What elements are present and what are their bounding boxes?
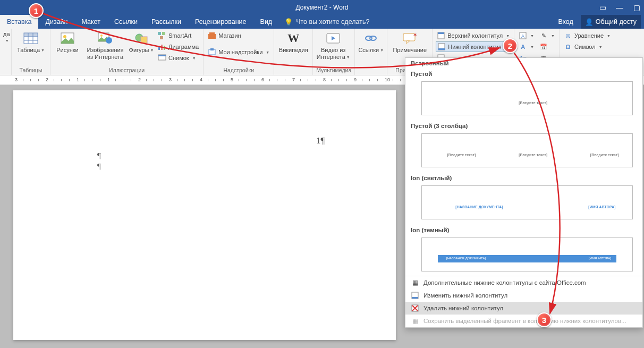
comment-button[interactable]: ✶ Примечание bbox=[391, 30, 429, 54]
tab-references[interactable]: Ссылки bbox=[107, 15, 145, 29]
group-links: Ссылки▼ bbox=[355, 29, 387, 75]
svg-rect-15 bbox=[160, 36, 163, 39]
group-label-tables: Таблицы bbox=[15, 67, 47, 74]
gallery-commands: ▦Дополнительные нижние колонтитулы с сай… bbox=[405, 276, 642, 327]
gallery-item-ion-light[interactable]: [НАЗВАНИЕ ДОКУМЕНТА] [ИМЯ АВТОРА] bbox=[421, 185, 633, 219]
gallery-item-blank[interactable]: [Введите текст] bbox=[421, 81, 633, 115]
link-icon bbox=[363, 31, 379, 46]
svg-rect-17 bbox=[161, 45, 163, 50]
pages-button[interactable]: да▼ bbox=[3, 30, 10, 43]
gallery-item-blank3[interactable]: [Введите текст] [Введите текст] [Введите… bbox=[421, 133, 633, 167]
addin-icon bbox=[208, 48, 216, 56]
tab-review[interactable]: Рецензирование bbox=[188, 15, 253, 29]
gallery-item-ion-dark[interactable]: [НАЗВАНИЕ ДОКУМЕНТА] [ИМЯ АВТОРА] bbox=[421, 237, 633, 271]
svg-text:A: A bbox=[521, 33, 524, 39]
svg-rect-5 bbox=[24, 33, 38, 37]
annotation-badge-2: 2 bbox=[503, 38, 518, 53]
maximize-icon[interactable]: ▢ bbox=[631, 3, 642, 12]
symbol-icon: Ω bbox=[564, 43, 572, 51]
store-button[interactable]: Магазин bbox=[207, 30, 270, 41]
svg-text:✶: ✶ bbox=[413, 32, 417, 38]
remove-footer-cmd[interactable]: Удалить нижний колонтитул bbox=[405, 302, 642, 315]
picture-icon bbox=[60, 31, 75, 46]
page[interactable]: 1¶ ¶ ¶ bbox=[13, 90, 396, 340]
paragraph-mark: ¶ bbox=[97, 162, 101, 171]
chart-button[interactable]: Диаграмма bbox=[157, 41, 200, 52]
minimize-icon[interactable]: — bbox=[614, 3, 625, 12]
svg-rect-33 bbox=[438, 32, 444, 34]
links-button[interactable]: Ссылки▼ bbox=[358, 30, 384, 54]
share-button[interactable]: 👤 Общий досту bbox=[581, 15, 641, 29]
svg-point-10 bbox=[106, 37, 112, 44]
svg-rect-20 bbox=[158, 55, 166, 56]
ribbon-options-icon[interactable]: ▭ bbox=[597, 3, 608, 12]
symbol-button[interactable]: ΩСимвол▼ bbox=[563, 41, 612, 52]
online-video-button[interactable]: Видео из Интернета▼ bbox=[316, 30, 350, 60]
equation-button[interactable]: πУравнение▼ bbox=[563, 30, 612, 41]
person-icon: 👤 bbox=[585, 18, 594, 26]
smartart-button[interactable]: SmartArt bbox=[157, 30, 200, 41]
share-label: Общий досту bbox=[596, 18, 637, 26]
tab-view[interactable]: Вид bbox=[253, 15, 279, 29]
group-illustrations: Рисунки Изображения из Интернета Фигуры▼… bbox=[50, 29, 204, 75]
comment-icon: ✶ bbox=[402, 31, 418, 46]
store-icon bbox=[208, 31, 216, 40]
remove-footer-icon bbox=[411, 304, 419, 312]
svg-rect-18 bbox=[164, 46, 165, 50]
footer-icon bbox=[437, 43, 446, 51]
table-icon bbox=[23, 31, 39, 46]
save-footer-cmd: ▦Сохранить выделенный фрагмент в коллекц… bbox=[405, 315, 642, 327]
tab-layout[interactable]: Макет bbox=[75, 15, 107, 29]
wikipedia-icon: W bbox=[285, 31, 301, 46]
illustrations-stack: SmartArt Диаграмма Снимок▼ bbox=[157, 30, 200, 63]
myaddins-button[interactable]: Мои надстройки▼ bbox=[207, 41, 270, 63]
signin-link[interactable]: Вход bbox=[554, 18, 578, 26]
datetime-button[interactable]: 📅 bbox=[538, 41, 556, 52]
chart-icon bbox=[158, 43, 166, 51]
svg-point-9 bbox=[100, 35, 103, 37]
tab-design[interactable]: Дизайн bbox=[38, 15, 74, 29]
footer-button[interactable]: Нижний колонтитул▼ bbox=[436, 41, 511, 52]
gallery-item-ion-dark-label: Ion (темный) bbox=[405, 224, 642, 235]
header-button[interactable]: Верхний колонтитул▼ bbox=[436, 30, 511, 41]
video-icon bbox=[325, 31, 341, 46]
wordart-icon: A bbox=[519, 43, 527, 51]
smartart-icon bbox=[158, 31, 166, 40]
group-label-illustrations: Иллюстрации bbox=[54, 67, 200, 74]
svg-marker-30 bbox=[406, 41, 410, 44]
sigline-button[interactable]: ✎▼ bbox=[538, 30, 556, 41]
svg-rect-13 bbox=[158, 32, 161, 35]
gallery-item-blank3-label: Пустой (3 столбца) bbox=[405, 120, 642, 131]
wikipedia-button[interactable]: W Википедия bbox=[277, 30, 309, 54]
svg-rect-21 bbox=[208, 34, 216, 39]
tell-me[interactable]: 💡 Что вы хотите сделать? bbox=[279, 15, 375, 29]
online-pictures-button[interactable]: Изображения из Интернета bbox=[84, 30, 126, 60]
gallery-item-blank-label: Пустой bbox=[405, 67, 642, 79]
textbox-button[interactable]: A▼ bbox=[518, 30, 535, 41]
svg-rect-14 bbox=[162, 32, 165, 35]
more-footers-cmd[interactable]: ▦Дополнительные нижние колонтитулы с сай… bbox=[405, 276, 642, 289]
edit-footer-cmd[interactable]: Изменить нижний колонтитул bbox=[405, 289, 642, 302]
svg-rect-12 bbox=[141, 37, 147, 43]
paragraph-mark: ¶ bbox=[97, 151, 101, 160]
screenshot-button[interactable]: Снимок▼ bbox=[157, 53, 200, 63]
edit-footer-icon bbox=[411, 291, 419, 300]
titlebar: Документ2 - Word ▭ — ▢ bbox=[0, 0, 644, 15]
footer-gallery: Встроенный Пустой [Введите текст] Пустой… bbox=[405, 57, 643, 328]
equation-icon: π bbox=[564, 31, 572, 40]
wordart-button[interactable]: A▼ bbox=[518, 41, 535, 52]
tab-mailings[interactable]: Рассылки bbox=[145, 15, 188, 29]
table-button[interactable]: Таблица▼ bbox=[15, 30, 47, 54]
pictures-button[interactable]: Рисунки bbox=[54, 30, 81, 54]
svg-rect-16 bbox=[158, 47, 160, 50]
shapes-button[interactable]: Фигуры▼ bbox=[129, 30, 154, 54]
svg-rect-24 bbox=[210, 48, 214, 50]
tell-me-placeholder: Что вы хотите сделать? bbox=[296, 18, 369, 26]
signature-icon: ✎ bbox=[539, 31, 548, 40]
screenshot-icon bbox=[158, 54, 166, 62]
group-label-media: Мультимедиа bbox=[316, 67, 351, 74]
page-number-mark: 1¶ bbox=[316, 135, 325, 146]
window-title: Документ2 - Word bbox=[295, 4, 348, 11]
svg-point-7 bbox=[63, 35, 66, 38]
save-selection-icon: ▦ bbox=[411, 317, 419, 325]
